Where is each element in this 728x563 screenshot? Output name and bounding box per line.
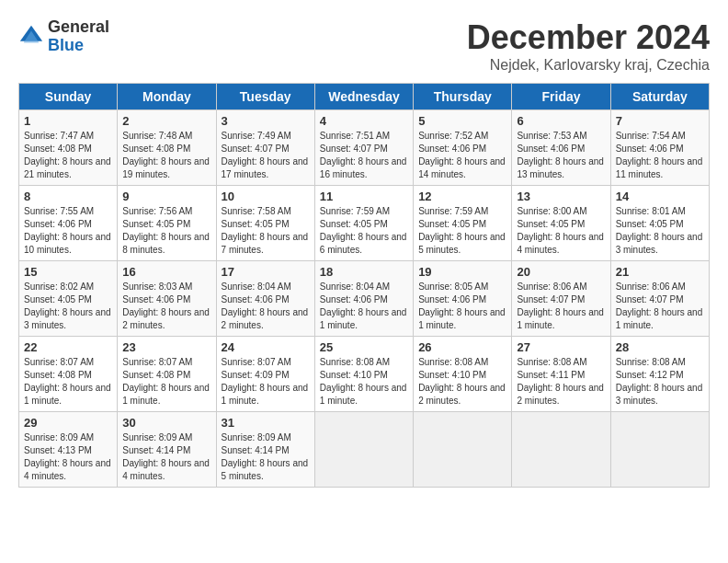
day-number: 19: [418, 265, 506, 279]
calendar-cell: 21Sunrise: 8:06 AMSunset: 4:07 PMDayligh…: [610, 261, 709, 337]
calendar-cell: 25Sunrise: 8:08 AMSunset: 4:10 PMDayligh…: [314, 337, 413, 412]
day-info: Sunrise: 8:04 AMSunset: 4:06 PMDaylight:…: [320, 281, 408, 332]
calendar-cell: 5Sunrise: 7:52 AMSunset: 4:06 PMDaylight…: [414, 110, 512, 186]
day-info: Sunrise: 8:04 AMSunset: 4:06 PMDaylight:…: [222, 281, 310, 332]
day-number: 30: [122, 416, 210, 430]
calendar-subtitle: Nejdek, Karlovarsky kraj, Czechia: [467, 57, 710, 74]
day-info: Sunrise: 8:08 AMSunset: 4:11 PMDaylight:…: [517, 356, 605, 408]
calendar-cell: 29Sunrise: 8:09 AMSunset: 4:13 PMDayligh…: [19, 412, 118, 488]
header-wednesday: Wednesday: [314, 84, 413, 110]
header-sunday: Sunday: [19, 84, 118, 110]
calendar-week-2: 8Sunrise: 7:55 AMSunset: 4:06 PMDaylight…: [19, 186, 710, 261]
calendar-cell: 4Sunrise: 7:51 AMSunset: 4:07 PMDaylight…: [314, 110, 413, 186]
calendar-cell: 17Sunrise: 8:04 AMSunset: 4:06 PMDayligh…: [216, 261, 314, 337]
calendar-week-5: 29Sunrise: 8:09 AMSunset: 4:13 PMDayligh…: [19, 412, 710, 488]
calendar-cell: 9Sunrise: 7:56 AMSunset: 4:05 PMDaylight…: [118, 186, 216, 261]
day-number: 22: [24, 340, 112, 354]
calendar-cell: 8Sunrise: 7:55 AMSunset: 4:06 PMDaylight…: [19, 186, 118, 261]
calendar-cell: 27Sunrise: 8:08 AMSunset: 4:11 PMDayligh…: [512, 337, 610, 412]
day-info: Sunrise: 7:47 AMSunset: 4:08 PMDaylight:…: [24, 130, 112, 181]
calendar-cell: 15Sunrise: 8:02 AMSunset: 4:05 PMDayligh…: [19, 261, 118, 337]
day-number: 25: [320, 340, 408, 354]
day-info: Sunrise: 8:05 AMSunset: 4:06 PMDaylight:…: [418, 281, 506, 332]
calendar-cell: 6Sunrise: 7:53 AMSunset: 4:06 PMDaylight…: [512, 110, 610, 186]
calendar-cell: 19Sunrise: 8:05 AMSunset: 4:06 PMDayligh…: [414, 261, 512, 337]
calendar-cell: [314, 412, 413, 488]
calendar-cell: 11Sunrise: 7:59 AMSunset: 4:05 PMDayligh…: [314, 186, 413, 261]
calendar-cell: 22Sunrise: 8:07 AMSunset: 4:08 PMDayligh…: [19, 337, 118, 412]
day-info: Sunrise: 8:01 AMSunset: 4:05 PMDaylight:…: [616, 205, 704, 257]
day-number: 2: [122, 114, 210, 128]
day-number: 29: [24, 416, 112, 430]
day-number: 17: [222, 265, 310, 279]
day-info: Sunrise: 8:07 AMSunset: 4:08 PMDaylight:…: [24, 356, 112, 408]
header-tuesday: Tuesday: [216, 84, 314, 110]
day-info: Sunrise: 7:53 AMSunset: 4:06 PMDaylight:…: [517, 130, 605, 181]
day-info: Sunrise: 7:54 AMSunset: 4:06 PMDaylight:…: [616, 130, 704, 181]
calendar-cell: 14Sunrise: 8:01 AMSunset: 4:05 PMDayligh…: [610, 186, 709, 261]
calendar-cell: 26Sunrise: 8:08 AMSunset: 4:10 PMDayligh…: [414, 337, 512, 412]
calendar-cell: 23Sunrise: 8:07 AMSunset: 4:08 PMDayligh…: [118, 337, 216, 412]
day-number: 21: [616, 265, 704, 279]
day-number: 8: [24, 190, 112, 203]
day-info: Sunrise: 7:52 AMSunset: 4:06 PMDaylight:…: [418, 130, 506, 181]
calendar-cell: 18Sunrise: 8:04 AMSunset: 4:06 PMDayligh…: [314, 261, 413, 337]
calendar-cell: 3Sunrise: 7:49 AMSunset: 4:07 PMDaylight…: [216, 110, 314, 186]
day-number: 4: [320, 114, 408, 128]
day-number: 14: [616, 190, 704, 203]
calendar-cell: 13Sunrise: 8:00 AMSunset: 4:05 PMDayligh…: [512, 186, 610, 261]
calendar-cell: [610, 412, 709, 488]
day-number: 27: [517, 340, 605, 354]
calendar-cell: 16Sunrise: 8:03 AMSunset: 4:06 PMDayligh…: [118, 261, 216, 337]
day-info: Sunrise: 7:56 AMSunset: 4:05 PMDaylight:…: [122, 205, 210, 257]
day-number: 6: [517, 114, 605, 128]
day-info: Sunrise: 8:03 AMSunset: 4:06 PMDaylight:…: [122, 281, 210, 332]
day-number: 11: [320, 190, 408, 203]
day-number: 1: [24, 114, 112, 128]
calendar-week-3: 15Sunrise: 8:02 AMSunset: 4:05 PMDayligh…: [19, 261, 710, 337]
day-info: Sunrise: 8:08 AMSunset: 4:10 PMDaylight:…: [320, 356, 408, 408]
day-info: Sunrise: 8:09 AMSunset: 4:13 PMDaylight:…: [24, 431, 112, 483]
day-number: 9: [122, 190, 210, 203]
header-monday: Monday: [118, 84, 216, 110]
day-info: Sunrise: 7:59 AMSunset: 4:05 PMDaylight:…: [418, 205, 506, 257]
day-info: Sunrise: 7:49 AMSunset: 4:07 PMDaylight:…: [222, 130, 310, 181]
calendar-week-1: 1Sunrise: 7:47 AMSunset: 4:08 PMDaylight…: [19, 110, 710, 186]
logo: General Blue: [18, 18, 109, 55]
day-info: Sunrise: 8:00 AMSunset: 4:05 PMDaylight:…: [517, 205, 605, 257]
day-number: 5: [418, 114, 506, 128]
day-number: 10: [222, 190, 310, 203]
day-number: 18: [320, 265, 408, 279]
calendar-week-4: 22Sunrise: 8:07 AMSunset: 4:08 PMDayligh…: [19, 337, 710, 412]
calendar-cell: 28Sunrise: 8:08 AMSunset: 4:12 PMDayligh…: [610, 337, 709, 412]
calendar-cell: 2Sunrise: 7:48 AMSunset: 4:08 PMDaylight…: [118, 110, 216, 186]
calendar-cell: 7Sunrise: 7:54 AMSunset: 4:06 PMDaylight…: [610, 110, 709, 186]
calendar-cell: [512, 412, 610, 488]
calendar-cell: [414, 412, 512, 488]
day-info: Sunrise: 7:55 AMSunset: 4:06 PMDaylight:…: [24, 205, 112, 257]
header-friday: Friday: [512, 84, 610, 110]
day-number: 13: [517, 190, 605, 203]
day-info: Sunrise: 8:09 AMSunset: 4:14 PMDaylight:…: [222, 431, 310, 483]
day-number: 31: [222, 416, 310, 430]
day-info: Sunrise: 8:06 AMSunset: 4:07 PMDaylight:…: [616, 281, 704, 332]
logo-general-text: General: [48, 17, 109, 36]
title-block: December 2024 Nejdek, Karlovarsky kraj, …: [467, 18, 710, 74]
calendar-cell: 30Sunrise: 8:09 AMSunset: 4:14 PMDayligh…: [118, 412, 216, 488]
day-number: 28: [616, 340, 704, 354]
day-number: 20: [517, 265, 605, 279]
calendar-cell: 1Sunrise: 7:47 AMSunset: 4:08 PMDaylight…: [19, 110, 118, 186]
calendar-cell: 12Sunrise: 7:59 AMSunset: 4:05 PMDayligh…: [414, 186, 512, 261]
day-info: Sunrise: 8:07 AMSunset: 4:09 PMDaylight:…: [222, 356, 310, 408]
day-number: 12: [418, 190, 506, 203]
day-info: Sunrise: 7:58 AMSunset: 4:05 PMDaylight:…: [222, 205, 310, 257]
day-number: 15: [24, 265, 112, 279]
day-number: 3: [222, 114, 310, 128]
day-number: 7: [616, 114, 704, 128]
day-info: Sunrise: 7:48 AMSunset: 4:08 PMDaylight:…: [122, 130, 210, 181]
logo-blue-text: Blue: [48, 36, 84, 54]
day-number: 26: [418, 340, 506, 354]
day-info: Sunrise: 8:08 AMSunset: 4:10 PMDaylight:…: [418, 356, 506, 408]
calendar-cell: 10Sunrise: 7:58 AMSunset: 4:05 PMDayligh…: [216, 186, 314, 261]
calendar-title: December 2024: [467, 18, 710, 57]
